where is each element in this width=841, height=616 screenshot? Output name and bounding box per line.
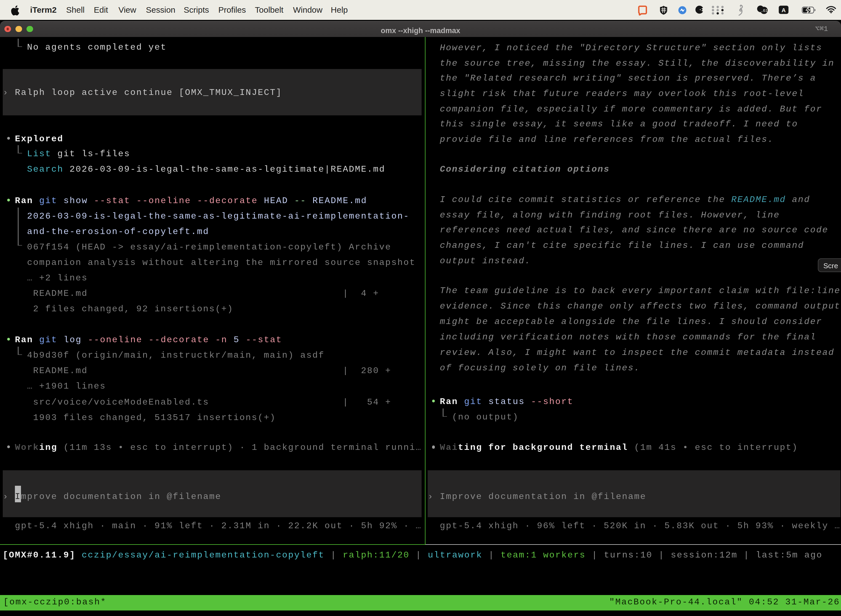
svg-text:A: A xyxy=(781,7,785,13)
svg-text:..61: ..61 xyxy=(760,8,767,13)
